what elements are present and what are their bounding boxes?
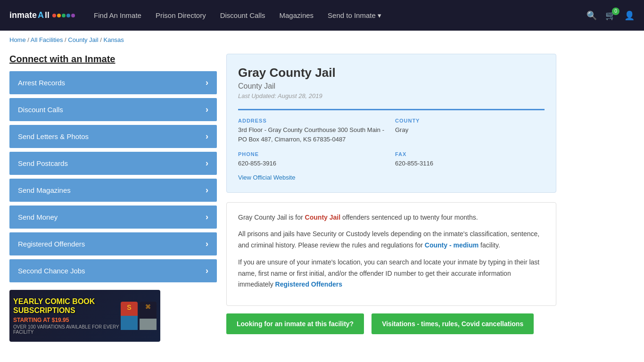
county-section: COUNTY Gray xyxy=(395,118,545,144)
sidebar-item-send-magazines[interactable]: Send Magazines › xyxy=(9,179,217,202)
sidebar-item-send-money[interactable]: Send Money › xyxy=(9,206,217,229)
arrow-icon: › xyxy=(206,239,208,249)
nav-find-inmate[interactable]: Find An Inmate xyxy=(94,11,141,19)
arrow-icon: › xyxy=(206,78,208,88)
user-icon[interactable]: 👤 xyxy=(624,10,635,21)
sidebar-item-arrest-records[interactable]: Arrest Records › xyxy=(9,71,217,94)
main-container: Connect with an Inmate Arrest Records › … xyxy=(0,49,566,351)
logo-text-ll: ll xyxy=(45,10,50,20)
find-inmate-button[interactable]: Looking for an inmate at this facility? xyxy=(226,313,364,334)
county-value: Gray xyxy=(395,125,545,135)
arrow-icon: › xyxy=(206,185,208,195)
superhero-1: S xyxy=(121,302,138,330)
sidebar-item-send-postcards[interactable]: Send Postcards › xyxy=(9,152,217,175)
county-jail-link[interactable]: County Jail xyxy=(305,214,340,221)
description-para2: All prisons and jails have Security or C… xyxy=(238,229,545,251)
arrow-icon: › xyxy=(206,266,208,276)
sidebar-item-registered-offenders[interactable]: Registered Offenders › xyxy=(9,232,217,255)
content-area: Gray County Jail County Jail Last Update… xyxy=(226,54,556,342)
nav-send-to-inmate[interactable]: Send to Inmate ▾ xyxy=(328,11,381,20)
facility-name: Gray County Jail xyxy=(238,66,545,80)
ad-price: STARTING AT $19.95 xyxy=(13,317,121,323)
arrow-icon: › xyxy=(206,212,208,222)
arrow-icon: › xyxy=(206,105,208,115)
breadcrumb-home[interactable]: Home xyxy=(9,36,26,43)
sidebar-title: Connect with an Inmate xyxy=(9,54,217,65)
sidebar-item-send-letters[interactable]: Send Letters & Photos › xyxy=(9,125,217,148)
logo-text-inmate: inmate xyxy=(9,10,37,20)
action-buttons: Looking for an inmate at this facility? … xyxy=(226,313,556,334)
logo-circles xyxy=(52,14,75,17)
arrow-icon: › xyxy=(206,158,208,168)
cart-icon[interactable]: 🛒 0 xyxy=(605,10,616,21)
cart-badge: 0 xyxy=(612,8,619,15)
site-logo[interactable]: inmate A ll xyxy=(9,10,75,20)
description-para3: If you are unsure of your inmate's locat… xyxy=(238,257,545,290)
breadcrumb-all-facilities[interactable]: All Facilities xyxy=(31,36,63,43)
description-para1: Gray County Jail is for County Jail offe… xyxy=(238,212,545,223)
nav-prison-directory[interactable]: Prison Directory xyxy=(156,11,206,19)
facility-card: Gray County Jail County Jail Last Update… xyxy=(226,54,556,193)
address-value: 3rd Floor - Gray County Courthouse 300 S… xyxy=(238,125,388,144)
sidebar-item-second-chance-jobs[interactable]: Second Chance Jobs › xyxy=(9,259,217,282)
ad-title: YEARLY COMIC BOOKSUBSCRIPTIONS xyxy=(13,297,121,315)
ad-subtitle: OVER 100 VARIATIONS AVAILABLE FOR EVERY … xyxy=(13,324,121,335)
superhero-2: ⌘ xyxy=(140,302,157,330)
ad-banner[interactable]: YEARLY COMIC BOOKSUBSCRIPTIONS STARTING … xyxy=(9,290,160,342)
address-section: ADDRESS 3rd Floor - Gray County Courthou… xyxy=(238,118,388,144)
registered-offenders-link[interactable]: Registered Offenders xyxy=(275,280,342,288)
search-icon[interactable]: 🔍 xyxy=(586,10,597,21)
phone-value: 620-855-3916 xyxy=(238,159,388,168)
breadcrumb: Home / All Facilities / County Jail / Ka… xyxy=(0,31,644,49)
county-medium-link[interactable]: County - medium xyxy=(425,241,479,249)
arrow-icon: › xyxy=(206,132,208,141)
fax-value: 620-855-3116 xyxy=(395,159,545,168)
official-website-link[interactable]: View Official Website xyxy=(238,174,295,181)
phone-label: PHONE xyxy=(238,151,388,157)
facility-updated: Last Updated: August 28, 2019 xyxy=(238,92,545,99)
county-label: COUNTY xyxy=(395,118,545,123)
breadcrumb-county-jail[interactable]: County Jail xyxy=(68,36,98,43)
nav-magazines[interactable]: Magazines xyxy=(280,11,314,19)
navbar: inmate A ll Find An Inmate Prison Direct… xyxy=(0,0,644,31)
fax-section: FAX 620-855-3116 xyxy=(395,151,545,168)
sidebar-item-discount-calls[interactable]: Discount Calls › xyxy=(9,98,217,121)
sidebar-menu: Arrest Records › Discount Calls › Send L… xyxy=(9,71,217,282)
facility-details: ADDRESS 3rd Floor - Gray County Courthou… xyxy=(238,109,545,181)
visitations-button[interactable]: Visitations - times, rules, Covid cancel… xyxy=(372,313,534,334)
sidebar: Connect with an Inmate Arrest Records › … xyxy=(9,54,217,342)
fax-label: FAX xyxy=(395,151,545,157)
navbar-nav: Find An Inmate Prison Directory Discount… xyxy=(94,11,586,20)
breadcrumb-kansas[interactable]: Kansas xyxy=(103,36,124,43)
facility-type: County Jail xyxy=(238,82,545,90)
address-label: ADDRESS xyxy=(238,118,388,123)
navbar-icons: 🔍 🛒 0 👤 xyxy=(586,10,635,21)
nav-discount-calls[interactable]: Discount Calls xyxy=(220,11,265,19)
phone-section: PHONE 620-855-3916 xyxy=(238,151,388,168)
dropdown-chevron-icon: ▾ xyxy=(378,11,381,20)
logo-text-all: A xyxy=(38,10,44,20)
details-grid: ADDRESS 3rd Floor - Gray County Courthou… xyxy=(238,118,545,168)
description-area: Gray County Jail is for County Jail offe… xyxy=(226,202,556,306)
